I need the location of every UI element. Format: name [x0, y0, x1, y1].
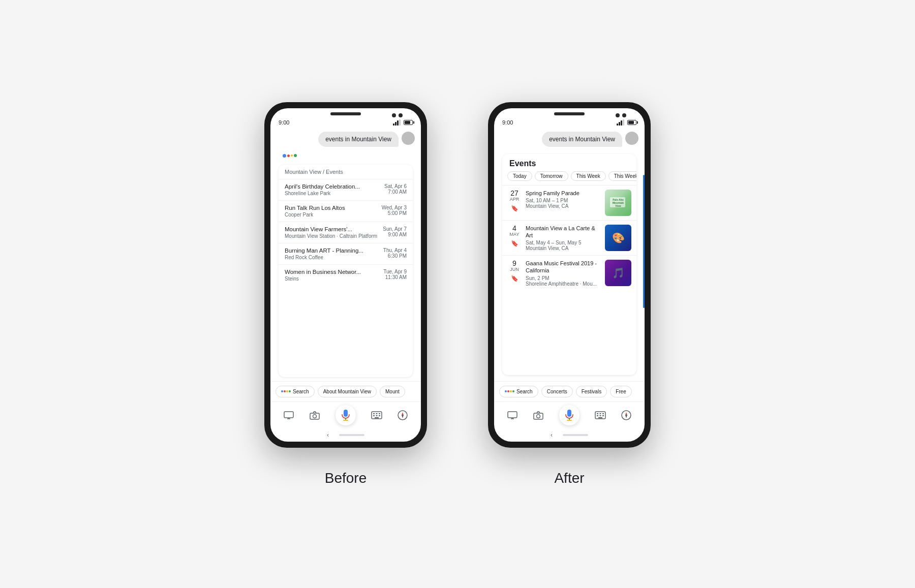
results-breadcrumb: Mountain View / Events — [279, 165, 413, 179]
event-date-5: Tue, Apr 9 11:30 AM — [383, 269, 407, 280]
event-item-4[interactable]: Burning Man ART - Planning... Red Rock C… — [279, 243, 413, 265]
mic-button-before[interactable] — [336, 405, 356, 425]
after-phone: 9:00 — [488, 102, 651, 448]
signal-bar-4 — [399, 119, 401, 126]
festival-thumbnail — [605, 225, 631, 251]
after-signal-bar-4 — [623, 119, 624, 126]
keyboard-icon-before — [371, 410, 382, 421]
battery-icon — [404, 120, 413, 125]
after-signal-bar-3 — [621, 120, 622, 126]
chip-mount[interactable]: Mount — [380, 386, 405, 397]
event-location-2: Cooper Park — [285, 212, 345, 218]
event-item-3[interactable]: Mountain View Farmers'... Mountain View … — [279, 222, 413, 243]
before-label: Before — [325, 470, 367, 486]
music-thumbnail — [605, 260, 631, 286]
svg-rect-15 — [375, 417, 379, 418]
after-speaker — [554, 112, 585, 115]
event-item-2-info: Run Talk Run Los Altos Cooper Park — [285, 205, 345, 218]
g-mini-yellow — [286, 390, 288, 392]
after-user-avatar — [625, 132, 638, 145]
google-assistant-logo — [283, 154, 297, 158]
google-mini-logo — [281, 390, 291, 392]
after-g-mini-yellow — [510, 390, 512, 392]
chip-search-before[interactable]: Search — [276, 386, 315, 397]
after-home-pill[interactable] — [563, 434, 588, 436]
event-date-4: Thu, Apr 4 6:30 PM — [383, 247, 407, 259]
chip-free[interactable]: Free — [610, 386, 632, 397]
signal-icon — [393, 119, 401, 126]
phone-notch — [270, 108, 421, 117]
after-status-bar: 9:00 — [494, 117, 645, 128]
after-event-place-2: Mountain View, CA — [526, 245, 601, 251]
svg-rect-26 — [597, 413, 598, 414]
compass-icon-before — [397, 410, 408, 421]
svg-rect-31 — [602, 415, 604, 416]
after-phone-inner: 9:00 — [494, 108, 645, 442]
compass-icon-after — [621, 410, 632, 421]
after-back-arrow[interactable]: ‹ — [551, 431, 553, 439]
event-thumb-1: Palo AltoMountainView — [605, 190, 631, 216]
after-label: After — [554, 470, 584, 486]
chip-festivals-label: Festivals — [582, 389, 601, 394]
after-event-item-2[interactable]: 4 MAY 🔖 Mountain View a La Carte & Art S… — [502, 220, 636, 256]
after-event-time-2: Sat, May 4 – Sun, May 5 — [526, 240, 601, 245]
bookmark-icon-1: 🔖 — [511, 205, 518, 212]
event-item-1-info: April's Birthday Celebration... Shorelin… — [285, 183, 360, 196]
event-location-1: Shoreline Lake Park — [285, 191, 360, 196]
chip-free-label: Free — [616, 389, 626, 394]
filter-this-week[interactable]: This Week — [571, 171, 606, 181]
date-mon-2: MAY — [510, 232, 520, 237]
before-phone-inner: 9:00 — [270, 108, 421, 442]
after-event-item-3[interactable]: 9 JUN 🔖 Gaana Music Festival 2019 - Cali… — [502, 255, 636, 291]
before-bottom-bar — [270, 401, 421, 429]
after-chat-area: events in Mountain View Events — [494, 128, 645, 381]
user-message-row: events in Mountain View — [277, 132, 415, 147]
event-item-1[interactable]: April's Birthday Celebration... Shorelin… — [279, 179, 413, 201]
svg-rect-13 — [376, 415, 377, 416]
event-location-5: Steins — [285, 276, 361, 282]
assistant-logo-row — [277, 152, 415, 160]
event-location-4: Red Rock Coffee — [285, 255, 363, 260]
speaker — [330, 112, 361, 115]
filter-today[interactable]: Today — [507, 171, 532, 181]
events-card: Events Today Tomorrow This Week — [502, 154, 636, 375]
after-phone-wrapper: 9:00 — [488, 102, 651, 486]
after-battery-fill — [628, 121, 634, 124]
event-item-4-info: Burning Man ART - Planning... Red Rock C… — [285, 247, 363, 260]
filter-tomorrow[interactable]: Tomorrow — [535, 171, 568, 181]
after-battery-icon — [627, 120, 636, 125]
svg-rect-12 — [373, 415, 375, 416]
before-chat-area: events in Mountain View — [270, 128, 421, 381]
back-arrow[interactable]: ‹ — [327, 431, 329, 439]
after-event-time-1: Sat, 10 AM – 1 PM — [526, 198, 601, 203]
event-item-2[interactable]: Run Talk Run Los Altos Cooper Park Wed, … — [279, 201, 413, 222]
svg-rect-30 — [599, 415, 601, 416]
status-time: 9:00 — [279, 119, 289, 126]
breadcrumb-text: Mountain View / Events — [285, 169, 343, 175]
svg-point-21 — [537, 414, 540, 418]
after-chip-search-label: Search — [516, 389, 533, 394]
svg-rect-10 — [376, 413, 377, 414]
svg-rect-22 — [567, 410, 571, 417]
svg-rect-0 — [284, 412, 293, 418]
chip-concerts[interactable]: Concerts — [541, 386, 573, 397]
date-block-3: 9 JUN 🔖 — [507, 260, 522, 282]
home-pill[interactable] — [339, 434, 364, 436]
filter-this-weekend[interactable]: This Weekend — [608, 171, 636, 181]
chip-search-after[interactable]: Search — [499, 386, 538, 397]
after-phone-notch — [494, 108, 645, 117]
mic-button-after[interactable] — [559, 405, 580, 425]
signal-bar-1 — [393, 123, 394, 126]
after-user-bubble: events in Mountain View — [542, 132, 622, 147]
after-event-item-1[interactable]: 27 APR 🔖 Spring Family Parade Sat, 10 AM… — [502, 185, 636, 220]
after-event-title-3: Gaana Music Festival 2019 - California — [526, 260, 601, 274]
chip-about-mv[interactable]: About Mountain View — [318, 386, 377, 397]
after-user-message-row: events in Mountain View — [500, 132, 638, 147]
svg-rect-14 — [379, 415, 380, 416]
after-status-time: 9:00 — [502, 119, 513, 126]
before-phone: 9:00 — [264, 102, 427, 448]
after-home-indicator: ‹ — [494, 429, 645, 442]
date-mon-1: APR — [510, 197, 520, 202]
event-item-5[interactable]: Women in Business Networ... Steins Tue, … — [279, 265, 413, 286]
chip-festivals[interactable]: Festivals — [576, 386, 607, 397]
